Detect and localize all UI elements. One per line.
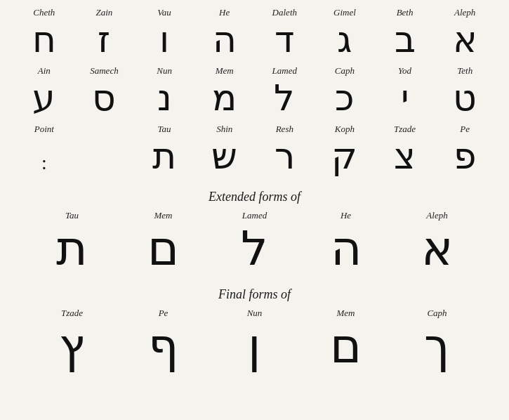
label-beth: Beth [397, 7, 414, 18]
glyph-resh: ר [275, 136, 295, 176]
fin-glyph-mem: ם [330, 320, 362, 373]
label-caph: Caph [335, 65, 355, 77]
label-pe: Pe [460, 124, 470, 135]
fin-glyph-cell-mem: ם [315, 320, 378, 373]
glyph-koph: ק [331, 136, 357, 176]
fin-label-pe: Pe [159, 308, 168, 319]
glyph-he: ה [213, 20, 237, 60]
fin-glyph-cell-nun: ן [223, 320, 286, 373]
label-koph: Koph [335, 124, 355, 135]
label-shin: Shin [216, 124, 232, 135]
glyph-mem: מ [212, 78, 237, 118]
cell-beth: Beth [377, 7, 433, 20]
glyph-cell-tzade: צ [377, 136, 433, 176]
fin-glyph-cell-caph: ך [406, 320, 469, 373]
cell-pe: Pe [437, 124, 493, 136]
cell-nun: Nun [136, 65, 192, 78]
final-title: Final forms of [14, 287, 495, 302]
cell-cheth: Cheth [16, 7, 72, 20]
glyph-cell-ain: ע [16, 78, 72, 118]
label-mem: Mem [216, 65, 234, 77]
final-section: Final forms of Tzade Pe Nun Mem Caph ץ ף… [14, 287, 495, 373]
label-point: Point [34, 124, 54, 135]
ext-glyph-cell-lamed: ל [220, 223, 290, 275]
ext-glyph-tau: ת [56, 223, 88, 275]
fin-label-mem: Mem [337, 308, 355, 319]
ext-glyph-he: ה [331, 223, 362, 275]
row2-pair: Ain Samech Nun Mem Lamed Caph Yod Teth ע… [14, 65, 495, 118]
cell-he: He [197, 7, 253, 20]
label-vau: Vau [157, 7, 171, 18]
ext-label-aleph: Aleph [426, 210, 447, 221]
label-daleth: Daleth [272, 7, 297, 18]
label-resh: Resh [276, 124, 293, 135]
cell-daleth: Daleth [256, 7, 312, 20]
glyph-cell-koph: ק [317, 136, 373, 176]
ext-cell-aleph: Aleph [402, 210, 472, 223]
glyph-ain: ע [32, 78, 55, 118]
ext-label-mem: Mem [154, 210, 173, 221]
glyph-cell-resh: ר [256, 136, 312, 176]
glyph-cell-he: ה [197, 20, 253, 60]
glyph-cell-shin: ש [197, 136, 253, 176]
cell-point: Point [16, 124, 72, 136]
ext-glyph-cell-he: ה [311, 223, 381, 275]
ext-glyph-aleph: א [421, 223, 453, 275]
glyph-samech: ס [92, 78, 116, 118]
cell-vau: Vau [136, 7, 192, 20]
fin-label-caph: Caph [427, 308, 447, 319]
fin-cell-nun: Nun [223, 308, 286, 320]
cell-zain: Zain [76, 7, 132, 20]
final-glyphs-row: ץ ף ן ם ך [14, 320, 495, 373]
glyph-cell-lamed: ל [256, 78, 312, 118]
extended-labels-row: Tau Mem Lamed He Aleph [14, 210, 495, 223]
fin-label-tzade: Tzade [61, 308, 83, 319]
glyph-pe: פ [454, 136, 476, 176]
fin-glyph-cell-tzade: ץ [41, 320, 104, 373]
glyph-cell-cheth: ח [16, 20, 72, 60]
glyph-cell-yod: י [377, 78, 433, 118]
glyph-nun: נ [157, 78, 172, 118]
fin-cell-caph: Caph [406, 308, 469, 320]
label-cheth: Cheth [33, 7, 55, 18]
row3-pair: Point Tau Shin Resh Koph Tzade Pe : ת ש … [14, 124, 495, 176]
extended-glyphs-row: ת ם ל ה א [14, 223, 495, 275]
glyph-tzade: צ [394, 136, 416, 176]
label-teth: Teth [457, 65, 472, 77]
label-ain: Ain [38, 65, 51, 77]
glyph-zain: ז [98, 20, 110, 60]
cell-teth: Teth [437, 65, 493, 78]
glyph-gimel: ג [337, 20, 352, 60]
glyph-aleph: א [453, 20, 477, 60]
glyph-shin: ש [211, 136, 237, 176]
row1-glyphs: ח ז ו ה ד ג ב א [14, 20, 495, 60]
ext-glyph-cell-tau: ת [37, 223, 107, 275]
glyph-cell-caph: כ [317, 78, 373, 118]
label-samech: Samech [90, 65, 118, 77]
cell-empty [76, 124, 132, 125]
extended-title: Extended forms of [14, 190, 495, 204]
cell-aleph: Aleph [437, 7, 493, 20]
glyph-yod: י [401, 78, 409, 118]
glyph-cell-zain: ז [76, 20, 132, 60]
glyph-point: : [41, 149, 47, 176]
cell-mem: Mem [197, 65, 253, 78]
cell-tau: Tau [136, 124, 192, 136]
glyph-cell-daleth: ד [256, 20, 312, 60]
glyph-vau: ו [159, 20, 169, 60]
glyph-tau: ת [152, 136, 176, 176]
ext-cell-mem: Mem [128, 210, 199, 223]
glyph-cell-nun: נ [136, 78, 192, 118]
row1-pair: Cheth Zain Vau He Daleth Gimel Beth Alep… [14, 7, 495, 60]
cell-ain: Ain [16, 65, 72, 78]
ext-cell-he: He [311, 210, 381, 223]
cell-shin: Shin [197, 124, 253, 136]
glyph-cell-gimel: ג [317, 20, 373, 60]
cell-tzade: Tzade [377, 124, 433, 136]
glyph-cheth: ח [32, 20, 56, 60]
row3-labels: Point Tau Shin Resh Koph Tzade Pe [14, 124, 495, 136]
glyph-caph: כ [335, 78, 355, 118]
ext-cell-lamed: Lamed [220, 210, 290, 223]
fin-glyph-pe: ף [148, 320, 179, 373]
label-gimel: Gimel [333, 7, 356, 18]
